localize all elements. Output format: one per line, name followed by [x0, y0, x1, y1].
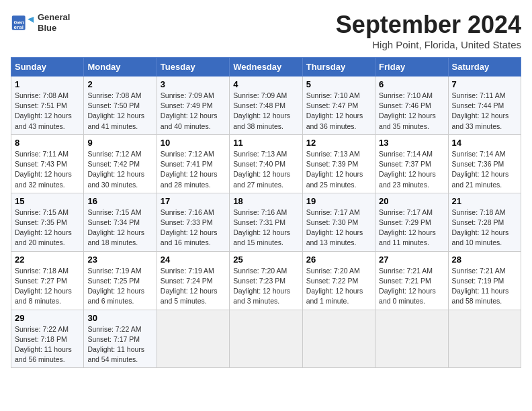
title-block: September 2024 High Point, Florida, Unit… [336, 11, 521, 50]
day-info: Sunrise: 7:18 AMSunset: 7:27 PMDaylight:… [15, 266, 80, 307]
day-number: 5 [306, 79, 371, 89]
logo-line2: Blue [38, 23, 70, 34]
day-number: 4 [233, 79, 298, 89]
weekday-cell: Sunday [11, 58, 84, 77]
day-number: 29 [15, 313, 80, 323]
day-number: 20 [379, 196, 444, 206]
calendar-day-cell: 22Sunrise: 7:18 AMSunset: 7:27 PMDayligh… [11, 251, 84, 310]
day-number: 15 [15, 196, 80, 206]
day-info: Sunrise: 7:20 AMSunset: 7:23 PMDaylight:… [233, 266, 298, 307]
weekday-cell: Thursday [302, 58, 375, 77]
day-info: Sunrise: 7:17 AMSunset: 7:29 PMDaylight:… [379, 208, 444, 248]
calendar-day-cell: 11Sunrise: 7:13 AMSunset: 7:40 PMDayligh… [230, 134, 302, 193]
weekday-cell: Friday [375, 58, 448, 77]
calendar-day-cell: 14Sunrise: 7:14 AMSunset: 7:36 PMDayligh… [448, 134, 521, 193]
page-header: Gen eral General Blue September 2024 Hig… [11, 11, 521, 50]
calendar-day-cell [230, 310, 302, 368]
day-info: Sunrise: 7:19 AMSunset: 7:24 PMDaylight:… [161, 266, 226, 307]
weekday-header-row: SundayMondayTuesdayWednesdayThursdayFrid… [11, 58, 521, 77]
day-number: 10 [161, 138, 226, 148]
logo-text: General Blue [38, 12, 70, 33]
day-info: Sunrise: 7:09 AMSunset: 7:48 PMDaylight:… [233, 91, 298, 132]
day-number: 22 [15, 255, 80, 265]
day-number: 25 [233, 255, 298, 265]
weekday-cell: Tuesday [157, 58, 229, 77]
calendar-day-cell: 3Sunrise: 7:09 AMSunset: 7:49 PMDaylight… [157, 77, 229, 135]
month-title: September 2024 [336, 11, 521, 39]
calendar-day-cell: 9Sunrise: 7:12 AMSunset: 7:42 PMDaylight… [84, 134, 157, 193]
logo: Gen eral General Blue [11, 11, 70, 35]
day-number: 2 [87, 79, 152, 89]
day-info: Sunrise: 7:21 AMSunset: 7:19 PMDaylight:… [452, 266, 517, 307]
day-number: 21 [452, 196, 517, 206]
day-info: Sunrise: 7:10 AMSunset: 7:46 PMDaylight:… [379, 91, 444, 132]
calendar-day-cell: 28Sunrise: 7:21 AMSunset: 7:19 PMDayligh… [448, 251, 521, 310]
calendar-week-row: 8Sunrise: 7:11 AMSunset: 7:43 PMDaylight… [11, 134, 521, 193]
calendar-day-cell: 7Sunrise: 7:11 AMSunset: 7:44 PMDaylight… [448, 77, 521, 135]
day-number: 30 [87, 313, 152, 323]
weekday-cell: Monday [84, 58, 157, 77]
day-number: 13 [379, 138, 444, 148]
calendar-day-cell: 17Sunrise: 7:16 AMSunset: 7:33 PMDayligh… [157, 193, 229, 251]
weekday-cell: Wednesday [230, 58, 302, 77]
day-info: Sunrise: 7:12 AMSunset: 7:42 PMDaylight:… [87, 149, 152, 190]
calendar-day-cell: 12Sunrise: 7:13 AMSunset: 7:39 PMDayligh… [302, 134, 375, 193]
calendar-day-cell: 6Sunrise: 7:10 AMSunset: 7:46 PMDaylight… [375, 77, 448, 135]
day-number: 27 [379, 255, 444, 265]
calendar-day-cell: 15Sunrise: 7:15 AMSunset: 7:35 PMDayligh… [11, 193, 84, 251]
calendar-day-cell: 25Sunrise: 7:20 AMSunset: 7:23 PMDayligh… [230, 251, 302, 310]
calendar-day-cell: 1Sunrise: 7:08 AMSunset: 7:51 PMDaylight… [11, 77, 84, 135]
day-number: 7 [452, 79, 517, 89]
day-info: Sunrise: 7:12 AMSunset: 7:41 PMDaylight:… [161, 149, 226, 190]
day-number: 9 [87, 138, 152, 148]
day-info: Sunrise: 7:15 AMSunset: 7:35 PMDaylight:… [15, 208, 80, 248]
calendar-table: SundayMondayTuesdayWednesdayThursdayFrid… [11, 57, 521, 368]
day-number: 16 [87, 196, 152, 206]
calendar-day-cell: 5Sunrise: 7:10 AMSunset: 7:47 PMDaylight… [302, 77, 375, 135]
svg-text:eral: eral [14, 24, 24, 30]
day-number: 24 [161, 255, 226, 265]
calendar-day-cell: 29Sunrise: 7:22 AMSunset: 7:18 PMDayligh… [11, 310, 84, 368]
calendar-day-cell: 26Sunrise: 7:20 AMSunset: 7:22 PMDayligh… [302, 251, 375, 310]
day-number: 26 [306, 255, 371, 265]
day-number: 17 [161, 196, 226, 206]
day-info: Sunrise: 7:22 AMSunset: 7:18 PMDaylight:… [15, 324, 80, 365]
calendar-day-cell: 18Sunrise: 7:16 AMSunset: 7:31 PMDayligh… [230, 193, 302, 251]
day-number: 12 [306, 138, 371, 148]
day-number: 8 [15, 138, 80, 148]
calendar-day-cell [375, 310, 448, 368]
day-info: Sunrise: 7:13 AMSunset: 7:40 PMDaylight:… [233, 149, 298, 190]
weekday-cell: Saturday [448, 58, 521, 77]
day-info: Sunrise: 7:16 AMSunset: 7:31 PMDaylight:… [233, 208, 298, 248]
calendar-day-cell: 4Sunrise: 7:09 AMSunset: 7:48 PMDaylight… [230, 77, 302, 135]
day-number: 11 [233, 138, 298, 148]
calendar-day-cell: 10Sunrise: 7:12 AMSunset: 7:41 PMDayligh… [157, 134, 229, 193]
day-info: Sunrise: 7:16 AMSunset: 7:33 PMDaylight:… [161, 208, 226, 248]
day-info: Sunrise: 7:08 AMSunset: 7:51 PMDaylight:… [15, 91, 80, 132]
calendar-week-row: 15Sunrise: 7:15 AMSunset: 7:35 PMDayligh… [11, 193, 521, 251]
day-number: 1 [15, 79, 80, 89]
calendar-week-row: 29Sunrise: 7:22 AMSunset: 7:18 PMDayligh… [11, 310, 521, 368]
day-info: Sunrise: 7:14 AMSunset: 7:37 PMDaylight:… [379, 149, 444, 190]
day-number: 6 [379, 79, 444, 89]
day-number: 14 [452, 138, 517, 148]
logo-icon: Gen eral [11, 11, 35, 35]
calendar-day-cell: 23Sunrise: 7:19 AMSunset: 7:25 PMDayligh… [84, 251, 157, 310]
calendar-day-cell [302, 310, 375, 368]
day-info: Sunrise: 7:11 AMSunset: 7:44 PMDaylight:… [452, 91, 517, 132]
day-info: Sunrise: 7:18 AMSunset: 7:28 PMDaylight:… [452, 208, 517, 248]
calendar-day-cell [448, 310, 521, 368]
day-info: Sunrise: 7:11 AMSunset: 7:43 PMDaylight:… [15, 149, 80, 190]
day-info: Sunrise: 7:20 AMSunset: 7:22 PMDaylight:… [306, 266, 371, 307]
day-number: 28 [452, 255, 517, 265]
day-number: 18 [233, 196, 298, 206]
day-number: 23 [87, 255, 152, 265]
day-info: Sunrise: 7:22 AMSunset: 7:17 PMDaylight:… [87, 324, 152, 365]
calendar-day-cell [157, 310, 229, 368]
logo-line1: General [38, 12, 70, 23]
day-info: Sunrise: 7:09 AMSunset: 7:49 PMDaylight:… [161, 91, 226, 132]
day-info: Sunrise: 7:08 AMSunset: 7:50 PMDaylight:… [87, 91, 152, 132]
day-info: Sunrise: 7:17 AMSunset: 7:30 PMDaylight:… [306, 208, 371, 248]
day-info: Sunrise: 7:14 AMSunset: 7:36 PMDaylight:… [452, 149, 517, 190]
calendar-body: 1Sunrise: 7:08 AMSunset: 7:51 PMDaylight… [11, 77, 521, 368]
